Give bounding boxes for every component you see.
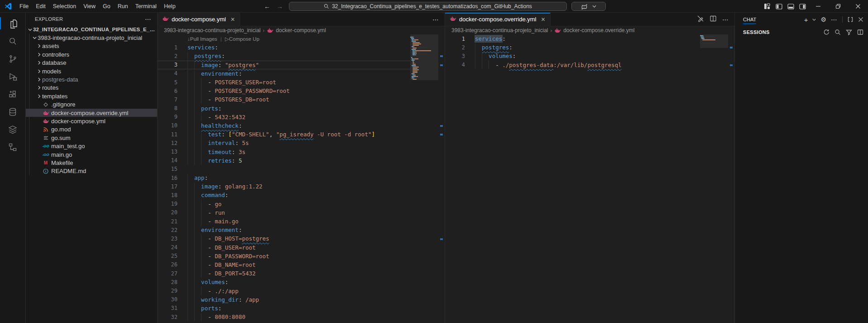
tree-item-models[interactable]: models (26, 67, 157, 75)
codelens-pull-images-link[interactable]: ↓Pull Images (187, 36, 217, 42)
activity-database-icon[interactable] (0, 103, 25, 121)
tree-item-docker-compose-override-yml[interactable]: docker-compose.override.yml (26, 109, 157, 117)
activity-explorer-icon[interactable] (0, 14, 25, 32)
tab-docker-compose-override-yml[interactable]: docker-compose.override.yml✕ (445, 13, 551, 26)
code-line-26[interactable]: 26 - DB_NAME=root (158, 260, 410, 269)
minimize-button[interactable] (808, 0, 828, 13)
code-line-17[interactable]: 17 image: golang:1.22 (158, 182, 410, 191)
breadcrumb-file[interactable]: docker-compose.override.yml (563, 27, 634, 34)
code-line-4[interactable]: 4 environment: (158, 69, 410, 78)
close-window-button[interactable] (848, 0, 868, 13)
code-line-9[interactable]: 9 - 5432:5432 (158, 113, 410, 121)
tree-item-controllers[interactable]: controllers (26, 50, 157, 58)
code-line-3[interactable]: 3 image: "postgres" (158, 61, 410, 69)
split-editor-icon[interactable] (710, 15, 717, 24)
menu-terminal[interactable]: Terminal (132, 2, 160, 11)
explorer-more-actions-icon[interactable]: ⋯ (145, 15, 152, 23)
chevron-down-icon[interactable] (812, 19, 816, 21)
more-icon[interactable]: ⋯ (831, 16, 838, 23)
menu-go[interactable]: Go (99, 2, 114, 11)
code-line-30[interactable]: 30 working_dir: /app (158, 295, 410, 304)
breadcrumb[interactable]: 3983-integracao-continua-projeto_inicial… (445, 26, 734, 34)
code-line-3[interactable]: 3 volumes: (445, 52, 700, 60)
close-panel-icon[interactable] (858, 17, 863, 22)
tree-item-database[interactable]: database (26, 59, 157, 67)
breadcrumb[interactable]: 3983-integracao-continua-projeto_inicial… (158, 26, 445, 34)
code-line-19[interactable]: 19 - go (158, 200, 410, 208)
code-line-21[interactable]: 21 - main.go (158, 217, 410, 226)
toggle-secondary-sidebar-icon[interactable] (796, 0, 808, 13)
code-line-10[interactable]: 10 healthcheck: (158, 121, 410, 130)
activity-references-icon[interactable] (0, 138, 25, 156)
menu-view[interactable]: View (80, 2, 99, 11)
code-line-1[interactable]: 1services: (445, 34, 700, 43)
tree-item-32-integracao-continua-pipelines-e-testes-[interactable]: 32_INTEGRACAO_CONTINUA_PIPELINES_E_TESTE… (26, 25, 157, 34)
minimap[interactable] (700, 34, 728, 323)
minimap[interactable] (410, 34, 438, 323)
tree-item-go-mod[interactable]: go.mod (26, 125, 157, 134)
settings-gear-icon[interactable]: ⚙ (820, 16, 826, 23)
code-line-7[interactable]: 7 - POSTGRES_DB=root (158, 95, 410, 104)
tab-docker-compose-yml[interactable]: docker-compose.yml✕ (158, 13, 240, 26)
activity-source-control-icon[interactable] (0, 50, 25, 67)
code-line-28[interactable]: 28 volumes: (158, 278, 410, 286)
code-line-8[interactable]: 8 ports: (158, 104, 410, 113)
maximize-panel-icon[interactable] (847, 16, 854, 23)
nav-forward-icon[interactable]: → (277, 3, 283, 10)
toggle-panel-icon[interactable] (785, 0, 796, 13)
code-line-31[interactable]: 31 ports: (158, 304, 410, 313)
tree-item-assets[interactable]: assets (26, 42, 157, 50)
menu-run[interactable]: Run (114, 2, 132, 11)
code-line-4[interactable]: 4 - ./postgres-data:/var/lib/postgresql (445, 61, 700, 69)
tree-item--gitignore[interactable]: .gitignore (26, 101, 157, 109)
tree-item-main-test-go[interactable]: -GOmain_test.go (26, 142, 157, 150)
customize-layout-icon[interactable] (761, 0, 773, 13)
command-center-search[interactable]: 32_Integracao_Continua_pipelines_e_teste… (289, 2, 567, 11)
breadcrumb-file[interactable]: docker-compose.yml (276, 27, 326, 34)
split-view-icon[interactable] (857, 29, 863, 35)
filter-icon[interactable] (846, 29, 852, 35)
nav-back-icon[interactable]: ← (264, 3, 270, 10)
scrollbar[interactable] (728, 34, 734, 323)
menu-selection[interactable]: Selection (49, 2, 80, 11)
copilot-button[interactable] (571, 2, 606, 11)
code-editor-docker-compose-override-yml[interactable]: 1services:2 postgres:3 volumes:4 - ./pos… (445, 34, 700, 323)
tree-item-3983-integracao-continua-projeto-inicial[interactable]: 3983-integracao-continua-projeto_inicial (26, 34, 157, 42)
toggle-primary-sidebar-icon[interactable] (773, 0, 785, 13)
code-line-25[interactable]: 25 - DB_PASSWORD=root (158, 252, 410, 260)
code-line-18[interactable]: 18 command: (158, 191, 410, 199)
activity-layers-icon[interactable] (0, 121, 25, 138)
tree-item-main-go[interactable]: -GOmain.go (26, 150, 157, 159)
tree-item-readme-md[interactable]: README.md (26, 167, 157, 175)
code-line-27[interactable]: 27 - DB_PORT=5432 (158, 269, 410, 278)
more-actions-icon[interactable]: ⋯ (722, 16, 729, 23)
activity-search-icon[interactable] (0, 32, 25, 50)
scrollbar[interactable] (438, 34, 445, 323)
activity-run-and-debug-icon[interactable] (0, 67, 25, 85)
activity-extensions-icon[interactable] (0, 85, 25, 103)
tree-item-go-sum[interactable]: go.sum (26, 134, 157, 142)
code-line-2[interactable]: 2 postgres: (445, 43, 700, 52)
restore-button[interactable] (828, 0, 848, 13)
search-icon[interactable] (834, 29, 841, 35)
code-line-29[interactable]: 29 - ./:/app (158, 286, 410, 295)
code-line-16[interactable]: 16 app: (158, 174, 410, 182)
code-line-6[interactable]: 6 - POSTGRES_PASSWORD=root (158, 87, 410, 95)
minimap-slider[interactable] (700, 34, 728, 48)
breadcrumb-folder[interactable]: 3983-integracao-continua-projeto_inicial (164, 27, 260, 34)
code-line-12[interactable]: 12 interval: 5s (158, 139, 410, 147)
code-line-20[interactable]: 20 - run (158, 208, 410, 217)
code-line-15[interactable]: 15 (158, 165, 410, 174)
code-line-32[interactable]: 32 - 8080:8080 (158, 313, 410, 321)
tree-item-postgres-data[interactable]: postgres-data (26, 75, 157, 83)
code-line-11[interactable]: 11 test: ["CMD-SHELL", "pg_isready -U ro… (158, 130, 410, 139)
code-line-24[interactable]: 24 - DB_USER=root (158, 243, 410, 252)
breadcrumb-folder[interactable]: 3983-integracao-continua-projeto_inicial (451, 27, 548, 34)
code-line-14[interactable]: 14 retries: 5 (158, 156, 410, 165)
code-editor-docker-compose-yml[interactable]: ↓Pull Images|▷Compose Up1services:2 post… (158, 34, 410, 323)
inline-edit-off-icon[interactable] (697, 15, 704, 24)
code-line-5[interactable]: 5 - POSTGRES_USER=root (158, 78, 410, 87)
tree-item-routes[interactable]: routes (26, 84, 157, 92)
close-tab-icon[interactable]: ✕ (230, 16, 235, 23)
menu-file[interactable]: File (16, 2, 32, 11)
